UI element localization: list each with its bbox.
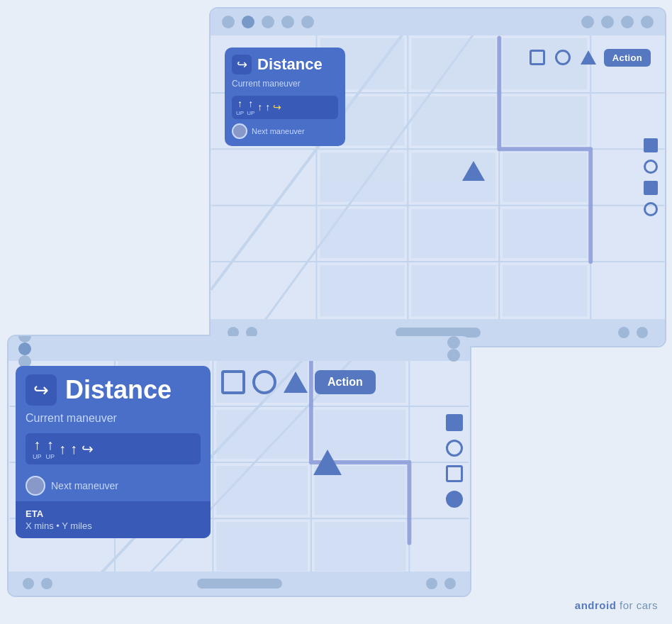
top-dot-r1 [581,16,594,28]
small-top-bar [9,336,470,361]
large-maneuver: Current maneuver [232,79,338,90]
small-next-maneuver-text: Next maneuver [51,480,118,491]
small-lane-label-1: UP [33,453,42,460]
branding-suffix: for cars [616,599,658,611]
large-nav-direction-icon: ↪ [232,55,252,74]
lane-item-2: ↑ UP [247,99,254,116]
small-square-icon [221,370,245,394]
small-bottom-dot-l2 [41,578,52,589]
small-nav-direction-icon: ↪ [26,374,57,406]
small-lane-5: ↪ [82,442,94,456]
small-triangle-btn[interactable] [284,372,308,393]
large-distance: Distance [257,55,323,74]
small-right-icons [446,414,463,508]
small-top-dots-right [447,336,460,362]
svg-rect-44 [315,522,406,571]
small-bottom-dot-r1 [426,578,437,589]
lane-item-1: ↑ UP [236,99,244,116]
small-bottom-bar [9,572,470,596]
large-top-dots-left [222,16,314,28]
lane-label-1: UP [236,110,244,116]
svg-rect-39 [216,410,308,459]
bottom-dot-r2 [637,327,648,338]
circle-icon [555,50,571,65]
small-lane-arrow-4: ↑ [70,442,77,456]
small-map-circle-1 [446,440,463,457]
lane-item-3: ↑ [257,102,262,112]
small-lane-arrow-5: ↪ [82,442,94,456]
small-lane-4: ↑ [70,442,77,456]
svg-rect-12 [411,38,495,89]
large-nav-triangle [462,161,485,181]
small-lane-arrow-3: ↑ [59,442,66,456]
large-top-dots-right [581,16,654,28]
svg-rect-21 [411,209,495,258]
top-dot-3 [262,16,274,28]
small-top-dot-r1 [447,336,460,349]
small-map-square-1 [446,414,463,431]
small-bottom-dot-r2 [444,578,456,589]
large-nav-card: ↪ Distance Current maneuver ↑ UP ↑ UP ↑ … [225,48,345,146]
large-circle-btn[interactable] [553,48,573,67]
screen-small: ↪ Distance Current maneuver ↑ UP ↑ UP ↑ … [7,335,471,597]
large-right-icons [644,138,658,216]
small-top-dot-r2 [447,349,460,362]
large-map-nav-arrow [462,161,485,181]
svg-rect-22 [503,209,587,258]
svg-rect-20 [320,209,404,258]
small-bottom-dots-right [426,578,456,589]
lane-arrow-1: ↑ [237,99,242,108]
large-triangle-btn[interactable] [578,48,598,67]
small-lane-3: ↑ [59,442,66,456]
small-action-button[interactable]: Action [315,370,376,394]
lane-arrow-4: ↑ [265,102,270,112]
svg-rect-15 [411,96,495,145]
large-action-button[interactable]: Action [604,49,651,67]
svg-rect-25 [503,265,587,316]
small-map-circle-2 [446,491,463,508]
small-lane-label-2: UP [46,453,55,460]
lane-arrow-3: ↑ [257,102,262,112]
svg-rect-43 [216,522,308,571]
large-next-dot [232,123,247,139]
lane-arrow-5: ↪ [273,102,281,112]
small-card-header: ↪ Distance [26,374,201,406]
small-lane-arrow-1: ↑ [33,438,40,452]
large-next-maneuver: Next maneuver [232,123,338,139]
small-square-btn[interactable] [221,370,245,394]
small-triangle-icon [284,372,308,393]
large-map-circle-2 [644,202,658,216]
large-map-square-2 [644,181,658,195]
small-circle-icon [252,370,276,394]
lane-label-2: UP [247,110,254,116]
large-next-maneuver-text: Next maneuver [252,127,305,135]
large-toolbar: Action [527,48,651,67]
branding-main: android [575,599,617,611]
large-square-btn[interactable] [527,48,547,67]
top-dot-5 [301,16,314,28]
small-nav-triangle [313,450,342,475]
large-bottom-dots-right [618,327,648,338]
small-top-dot-1 [18,335,31,342]
top-dot-r4 [641,16,654,28]
small-lane-2: ↑ UP [46,438,55,460]
svg-rect-24 [411,265,495,316]
small-bottom-dot-l1 [23,578,34,589]
lane-item-4: ↑ [265,102,270,112]
top-dot-2 [242,16,254,28]
large-lane-guide: ↑ UP ↑ UP ↑ ↑ ↪ [232,96,338,119]
small-circle-btn[interactable] [252,370,276,394]
small-card-top: ↪ Distance Current maneuver ↑ UP ↑ UP ↑ … [16,366,211,470]
small-bottom-dots-left [23,578,52,589]
large-map-square-1 [644,138,658,152]
small-distance: Distance [65,375,172,405]
small-map-nav-arrow [313,450,342,475]
small-lane-arrow-2: ↑ [47,438,54,452]
small-next-maneuver: Next maneuver [16,470,211,501]
svg-rect-16 [503,96,587,145]
small-maneuver: Current maneuver [26,411,201,426]
eta-label: ETA [26,508,201,519]
lane-arrow-2: ↑ [248,99,253,108]
small-top-dot-2 [18,342,31,355]
large-card-header: ↪ Distance [232,55,338,74]
